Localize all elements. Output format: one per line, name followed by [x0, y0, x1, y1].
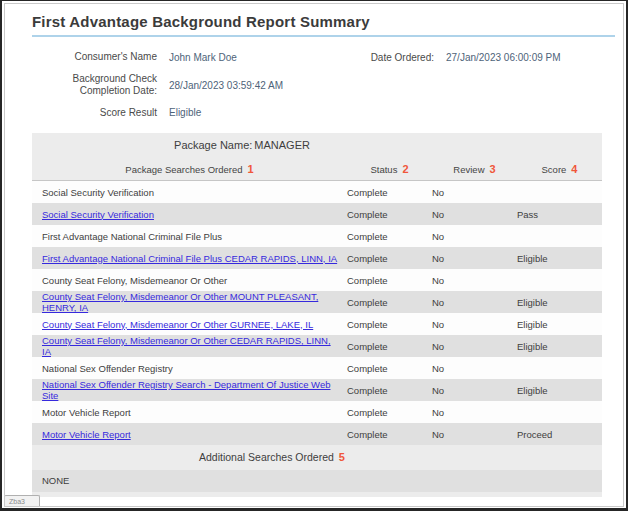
- review-cell: No: [432, 253, 517, 264]
- status-cell: Complete: [347, 231, 432, 242]
- date-ordered-value: 27/Jan/2023 06:00:09 PM: [446, 52, 606, 63]
- table-row: County Seat Felony, Misdemeanor Or Other…: [32, 269, 602, 291]
- score-cell: Eligible: [517, 253, 602, 264]
- page-title: First Advantage Background Report Summar…: [32, 13, 620, 30]
- column-header-score: Score4: [517, 163, 602, 175]
- column-number-3: 3: [490, 163, 496, 175]
- additional-searches-label: Additional Searches Ordered: [199, 451, 334, 463]
- table-rows: Social Security VerificationCompleteNoSo…: [32, 181, 602, 445]
- search-result-link[interactable]: County Seat Felony, Misdemeanor Or Other…: [42, 335, 331, 357]
- column-number-5: 5: [339, 451, 345, 463]
- report-page: First Advantage Background Report Summar…: [2, 1, 626, 497]
- column-header-status: Status2: [347, 163, 432, 175]
- table-column-headers: Package Searches Ordered1 Status2 Review…: [32, 158, 602, 181]
- column-header-searches: Package Searches Ordered1: [32, 163, 347, 175]
- search-result-link[interactable]: County Seat Felony, Misdemeanor Or Other…: [42, 291, 318, 313]
- table-row: Motor Vehicle ReportCompleteNoProceed: [32, 423, 602, 445]
- score-result-label: Score Result: [30, 107, 169, 120]
- table-row: Social Security VerificationCompleteNo: [32, 181, 602, 203]
- table-row: County Seat Felony, Misdemeanor Or Other…: [32, 335, 602, 357]
- search-cell: First Advantage National Criminal File P…: [32, 231, 347, 242]
- score-cell: Eligible: [517, 297, 602, 308]
- review-cell: No: [432, 407, 517, 418]
- review-cell: No: [432, 231, 517, 242]
- status-cell: Complete: [347, 275, 432, 286]
- search-cell: County Seat Felony, Misdemeanor Or Other…: [32, 319, 347, 330]
- search-cell: Motor Vehicle Report: [32, 429, 347, 440]
- review-cell: No: [432, 275, 517, 286]
- completion-date-label: Background Check Completion Date:: [30, 73, 169, 98]
- search-result-link[interactable]: Social Security Verification: [42, 209, 154, 220]
- search-result-link[interactable]: National Sex Offender Registry Search - …: [42, 379, 330, 401]
- review-cell: No: [432, 187, 517, 198]
- status-cell: Complete: [347, 209, 432, 220]
- status-corner-tab: Zba3: [4, 495, 40, 507]
- search-cell: Social Security Verification: [32, 187, 347, 198]
- score-cell: Pass: [517, 209, 602, 220]
- column-header-searches-label: Package Searches Ordered: [125, 164, 242, 175]
- search-cell: National Sex Offender Registry: [32, 363, 347, 374]
- status-cell: Complete: [347, 363, 432, 374]
- consumer-name-value: John Mark Doe: [169, 52, 237, 63]
- table-row: Motor Vehicle ReportCompleteNo: [32, 401, 602, 423]
- score-cell: Eligible: [517, 385, 602, 396]
- review-cell: No: [432, 209, 517, 220]
- search-cell: County Seat Felony, Misdemeanor Or Other…: [32, 291, 347, 313]
- search-result-link[interactable]: First Advantage National Criminal File P…: [42, 253, 337, 264]
- status-cell: Complete: [347, 319, 432, 330]
- search-cell: County Seat Felony, Misdemeanor Or Other…: [32, 335, 347, 357]
- score-result-value: Eligible: [169, 107, 201, 118]
- score-cell: Eligible: [517, 319, 602, 330]
- package-table: Package Name:MANAGER Package Searches Or…: [32, 133, 602, 497]
- review-cell: No: [432, 429, 517, 440]
- title-divider: [32, 35, 615, 37]
- column-number-1: 1: [248, 163, 254, 175]
- summary-row-score-result: Score Result Eligible: [30, 107, 620, 120]
- additional-searches-value: NONE: [32, 470, 602, 492]
- search-cell: National Sex Offender Registry Search - …: [32, 379, 347, 401]
- table-row: First Advantage National Criminal File P…: [32, 247, 602, 269]
- package-name-row: Package Name:MANAGER: [32, 133, 602, 158]
- score-cell: Proceed: [517, 429, 602, 440]
- column-header-status-label: Status: [370, 164, 397, 175]
- search-result-link[interactable]: County Seat Felony, Misdemeanor Or Other…: [42, 319, 313, 330]
- status-cell: Complete: [347, 429, 432, 440]
- table-row: Social Security VerificationCompleteNoPa…: [32, 203, 602, 225]
- table-row: First Advantage National Criminal File P…: [32, 225, 602, 247]
- completion-date-value: 28/Jan/2023 03:59:42 AM: [169, 80, 283, 91]
- score-cell: Eligible: [517, 341, 602, 352]
- search-result-link[interactable]: Motor Vehicle Report: [42, 429, 131, 440]
- summary-row-consumer: Consumer's Name John Mark Doe Date Order…: [30, 51, 620, 64]
- summary-row-completion-date: Background Check Completion Date: 28/Jan…: [30, 73, 620, 98]
- search-cell: Social Security Verification: [32, 209, 347, 220]
- date-ordered-label: Date Ordered:: [371, 52, 446, 63]
- status-cell: Complete: [347, 407, 432, 418]
- report-window: First Advantage Background Report Summar…: [0, 0, 628, 511]
- column-header-review-label: Review: [453, 164, 484, 175]
- column-header-score-label: Score: [542, 164, 567, 175]
- column-number-2: 2: [402, 163, 408, 175]
- review-cell: No: [432, 363, 517, 374]
- search-cell: County Seat Felony, Misdemeanor Or Other: [32, 275, 347, 286]
- status-cell: Complete: [347, 187, 432, 198]
- table-row: National Sex Offender RegistryCompleteNo: [32, 357, 602, 379]
- review-cell: No: [432, 385, 517, 396]
- search-cell: Motor Vehicle Report: [32, 407, 347, 418]
- review-cell: No: [432, 297, 517, 308]
- consumer-name-label: Consumer's Name: [30, 51, 169, 64]
- summary-section: Consumer's Name John Mark Doe Date Order…: [30, 51, 620, 119]
- column-header-review: Review3: [432, 163, 517, 175]
- status-cell: Complete: [347, 297, 432, 308]
- review-cell: No: [432, 341, 517, 352]
- search-cell: First Advantage National Criminal File P…: [32, 253, 347, 264]
- table-row: National Sex Offender Registry Search - …: [32, 379, 602, 401]
- additional-searches-header: Additional Searches Ordered5: [32, 445, 602, 470]
- table-row: County Seat Felony, Misdemeanor Or Other…: [32, 313, 602, 335]
- status-cell: Complete: [347, 341, 432, 352]
- package-name-label: Package Name:: [174, 139, 252, 151]
- status-cell: Complete: [347, 253, 432, 264]
- status-cell: Complete: [347, 385, 432, 396]
- column-number-4: 4: [571, 163, 577, 175]
- table-row: County Seat Felony, Misdemeanor Or Other…: [32, 291, 602, 313]
- package-name-value: MANAGER: [254, 139, 310, 151]
